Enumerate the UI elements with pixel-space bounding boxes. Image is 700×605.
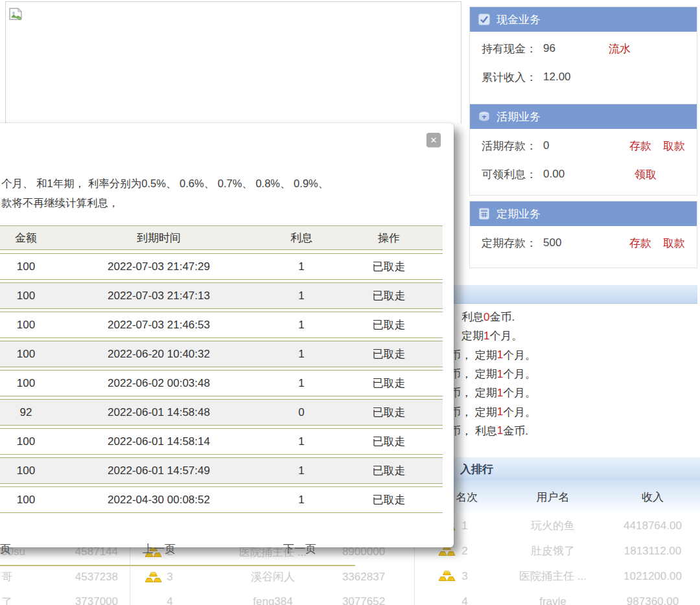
cell-status: 已取走 — [337, 492, 441, 507]
cell-interest: 1 — [266, 494, 337, 507]
cell-status: 已取走 — [337, 434, 441, 449]
cell-due-time: 2022-06-01 14:58:14 — [52, 435, 266, 448]
activity-log-panel: 利息0金币.定期1个月。币， 定期1个月。币， 定期1个月。币， 定期1个月。币… — [415, 285, 697, 440]
pagination-next-page[interactable]: 下一页 — [283, 535, 316, 562]
close-icon[interactable]: ✕ — [426, 133, 441, 147]
fixed-withdraw-link[interactable]: 取款 — [663, 236, 685, 251]
cash-row: 累计收入：12.00 — [470, 63, 697, 91]
header-cell: 操作 — [337, 231, 441, 245]
row-value: 96 — [543, 42, 555, 55]
username: 了 — [1, 589, 12, 605]
log-line: 定期1个月。 — [415, 326, 697, 345]
cell-interest: 1 — [266, 319, 337, 332]
cash-flow-link[interactable]: 流水 — [609, 41, 631, 56]
cell-due-time: 2022-06-01 14:57:49 — [52, 464, 266, 477]
header-cell: 利息 — [266, 231, 337, 245]
calculator-icon — [478, 207, 491, 220]
cell-amount: 100 — [0, 377, 52, 390]
log-line: 币， 定期1个月。 — [415, 402, 697, 421]
gold-bars-icon — [438, 569, 456, 582]
income-ranking-column-header: 名次 用户名 收入 — [415, 481, 700, 513]
cell-amount: 100 — [0, 260, 52, 273]
income-value: 987360.00 — [607, 589, 698, 605]
log-line: 币， 定期1个月。 — [415, 365, 697, 383]
table-row: 1002022-04-30 00:08:521已取走 — [0, 486, 443, 513]
header-cell: 金额 — [0, 231, 52, 245]
row-links: 存款取款 — [629, 139, 685, 154]
broken-image-icon — [8, 8, 23, 22]
cell-due-time: 2022-07-03 21:47:29 — [52, 260, 266, 273]
row-links: 流水 — [609, 41, 631, 56]
claim-interest-link[interactable]: 领取 — [635, 167, 657, 182]
income-rank-row: 3医院捅主任 ...1021200.00 — [415, 564, 700, 589]
cell-interest: 1 — [266, 348, 337, 361]
table-row: 922022-06-01 14:58:480已取走 — [0, 399, 443, 426]
table-row: 1002022-06-01 14:57:491已取走 — [0, 457, 443, 484]
demand-row: 可领利息：0.00领取 — [470, 160, 697, 188]
pagination: 页 上一页 下一页 — [0, 535, 443, 562]
income-ranking-header-bar: 入排行 — [415, 457, 700, 481]
income-rank-row: 1玩火的鱼4418764.00 — [415, 513, 700, 538]
cell-interest: 1 — [266, 464, 337, 477]
pagination-prev-page[interactable]: 上一页 — [143, 535, 176, 562]
activity-log-lines: 利息0金币.定期1个月。币， 定期1个月。币， 定期1个月。币， 定期1个月。币… — [415, 304, 697, 440]
left-rank-row: 哥4537238 — [0, 565, 130, 590]
fixed-deposit-link[interactable]: 存款 — [629, 236, 651, 251]
column-header-username: 用户名 — [514, 481, 592, 513]
cell-interest: 1 — [266, 435, 337, 448]
cash-business-panel: 现金业务 持有现金：96流水累计收入：12.00 — [469, 6, 697, 105]
cell-due-time: 2022-06-02 00:03:48 — [52, 377, 266, 390]
income-ranking-title: 入排行 — [460, 462, 493, 477]
cell-status: 已取走 — [337, 463, 441, 478]
table-row: 1002022-07-03 21:47:131已取走 — [0, 282, 443, 309]
income-value: 3077652 — [325, 589, 402, 605]
cell-amount: 100 — [0, 494, 52, 507]
rank-number: 3 — [163, 565, 177, 590]
income-value: 1813112.00 — [607, 538, 698, 564]
rank-number: 3 — [458, 564, 472, 589]
username: 玩火的鱼 — [488, 513, 618, 538]
cell-due-time: 2022-06-20 10:40:32 — [52, 348, 266, 361]
cell-status: 已取走 — [337, 405, 441, 420]
cell-interest: 1 — [266, 260, 337, 273]
cell-status: 已取走 — [337, 376, 441, 391]
username: 肚皮饿了 — [488, 538, 618, 564]
column-header-income: 收入 — [620, 481, 685, 513]
income-value: 3737000 — [75, 589, 118, 605]
rank-number: 4 — [163, 589, 177, 605]
income-ranking-panel: 入排行 名次 用户名 收入 1玩火的鱼4418764.002肚皮饿了181311… — [415, 457, 700, 605]
cell-interest: 1 — [266, 290, 337, 302]
demand-deposit-link[interactable]: 存款 — [629, 139, 651, 154]
table-row: 1002022-07-03 21:46:531已取走 — [0, 312, 443, 338]
demand-withdraw-link[interactable]: 取款 — [663, 139, 685, 154]
fixed-panel-header: 定期业务 — [470, 201, 697, 226]
cell-status: 已取走 — [337, 288, 441, 303]
edit-check-icon — [478, 13, 491, 26]
row-label: 定期存款： — [482, 236, 537, 251]
pagination-underline — [0, 565, 355, 566]
income-value: 1021200.00 — [607, 564, 698, 589]
row-label: 可领利息： — [482, 167, 537, 182]
row-value: 0 — [543, 139, 549, 152]
demand-business-panel: 活期业务 活期存款：0存款取款可领利息：0.00领取 — [469, 104, 697, 196]
income-value: 4537238 — [75, 565, 118, 590]
log-line: 币， 定期1个月。 — [415, 383, 697, 402]
row-label: 累计收入： — [482, 70, 537, 85]
username: 哥 — [1, 565, 12, 590]
cell-due-time: 2022-07-03 21:46:53 — [52, 319, 266, 332]
cell-amount: 100 — [0, 435, 52, 448]
cell-status: 已取走 — [337, 317, 441, 332]
cell-interest: 1 — [266, 377, 337, 390]
cash-row: 持有现金：96流水 — [470, 34, 697, 63]
demand-row: 活期存款：0存款取款 — [470, 131, 697, 160]
pagination-first-page[interactable]: 页 — [0, 535, 11, 562]
row-value: 0.00 — [543, 168, 565, 181]
cell-status: 已取走 — [337, 347, 441, 361]
table-header-row: 金额到期时间利息操作 — [0, 225, 443, 250]
log-line: 币， 利息1金币. — [415, 422, 697, 440]
cash-panel-title: 现金业务 — [496, 12, 541, 27]
income-rank-row: 4fravle987360.00 — [415, 589, 700, 605]
fixed-row: 定期存款：500存款取款 — [470, 229, 697, 257]
username: fravle — [488, 589, 618, 605]
table-row: 1002022-07-03 21:47:291已取走 — [0, 253, 443, 280]
